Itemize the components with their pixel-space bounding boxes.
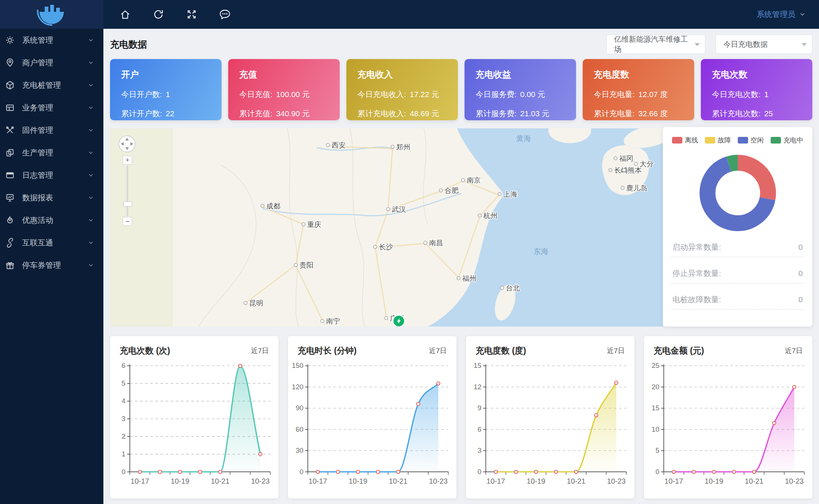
svg-text:熊本: 熊本 [628,166,642,174]
data-point-marker [437,382,440,385]
line-chart: 051015202510-1710-1910-2110-23 [645,359,812,489]
chevron-down-icon [88,37,94,43]
svg-text:武汉: 武汉 [392,206,406,213]
dataset-select[interactable]: 今日充电数据 [716,35,812,54]
legend-label: 空闲 [751,136,764,145]
svg-text:3: 3 [477,446,481,454]
data-point-marker [575,470,578,473]
svg-text:6: 6 [121,362,125,369]
map-sea-label: 东海 [534,247,548,255]
stat-card-line1: 今日充电收入:17.22 元 [357,89,447,100]
sidebar-item-1[interactable]: 系统管理 [0,29,103,51]
svg-text:10-23: 10-23 [429,477,448,485]
sidebar-item-5[interactable]: 固件管理 [0,119,103,141]
map-canvas[interactable]: 黄海东海 西安郑州南京合肥上海武汉杭州成都重庆长沙南昌贵阳福州昆明台北南宁广州福… [110,128,663,327]
stat-card-title: 充电收入 [357,69,447,80]
data-point-marker [356,470,360,473]
fullscreen-icon[interactable] [185,8,198,21]
sidebar-item-8[interactable]: 数据报表 [0,186,103,209]
data-point-marker [178,470,182,473]
legend-item[interactable]: 空闲 [738,136,764,145]
sidebar-item-label: 生产管理 [22,148,88,158]
station-select[interactable]: 亿维新能源汽车维修工场 [606,35,705,54]
sidebar: 系统管理商户管理充电桩管理业务管理固件管理生产管理日志管理数据报表优惠活动互联互… [0,29,103,504]
page-title: 充电数据 [110,38,147,51]
stat-card-title: 充值 [239,69,329,80]
data-point-marker [712,470,716,473]
chart-title: 充电次数 (次) [120,345,170,356]
data-point-marker [336,470,340,473]
svg-text:南京: 南京 [467,176,481,184]
chart-title: 充电金额 (元) [654,345,704,356]
pin-icon [5,58,15,68]
svg-text:福冈: 福冈 [619,155,633,162]
status-metric-value: 0 [798,269,803,278]
map-station-marker[interactable] [393,315,405,327]
stat-card-title: 充电度数 [594,69,683,80]
sidebar-item-label: 商户管理 [22,58,88,68]
legend-item[interactable]: 离线 [672,136,698,145]
svg-text:重庆: 重庆 [307,221,321,228]
map-zoom-handle[interactable] [123,201,132,207]
data-point-marker [554,470,558,473]
status-metric-row: 停止异常数量:0 [671,268,804,283]
sidebar-item-6[interactable]: 生产管理 [0,141,103,164]
station-select-value: 亿维新能源汽车维修工场 [614,34,689,54]
map-zoom-out-button[interactable]: − [123,217,132,226]
stat-card-line2: 累计服务费:21.03 元 [476,108,565,119]
status-metric-value: 0 [798,243,803,252]
sidebar-item-4[interactable]: 业务管理 [0,96,103,119]
main-content: 充电数据 亿维新能源汽车维修工场 今日充电数据 开户今日开户数:1累计开户数:2… [103,29,819,504]
svg-text:上海: 上海 [503,190,517,198]
sidebar-item-label: 数据报表 [22,193,88,203]
home-icon[interactable] [119,8,131,21]
svg-text:10-17: 10-17 [308,477,327,485]
sidebar-item-label: 优惠活动 [22,215,88,225]
app-logo[interactable] [0,0,103,29]
svg-text:杭州: 杭州 [483,212,497,220]
stat-card-line2: 累计充电收入:48.69 元 [357,108,447,119]
chevron-down-icon [88,240,94,246]
stat-card-line1: 今日开户数:1 [121,89,210,100]
svg-text:台北: 台北 [506,284,520,292]
legend-swatch [672,137,682,144]
data-point-marker [615,381,618,384]
pile-status-donut-chart [695,151,780,235]
svg-text:10-17: 10-17 [130,477,149,485]
sidebar-item-2[interactable]: 商户管理 [0,51,103,74]
sidebar-item-7[interactable]: 日志管理 [0,164,103,186]
map-compass-control[interactable] [117,134,137,155]
sidebar-item-10[interactable]: 互联互通 [0,231,103,254]
svg-text:10-21: 10-21 [745,477,764,485]
data-point-marker [417,402,420,405]
svg-text:2: 2 [121,432,125,440]
message-icon[interactable] [219,8,231,21]
stat-card-6: 充电次数今日充电次数:1累计充电次数:25 [701,59,812,120]
data-point-marker [198,470,202,473]
trend-chart-card-2: 充电时长 (分钟)近7日030609012015010-1710-1910-21… [288,336,456,498]
chevron-down-icon [88,105,94,111]
caret-down-icon [695,43,700,46]
tools-icon [5,125,15,135]
sidebar-item-9[interactable]: 优惠活动 [0,209,103,231]
stat-card-title: 充电次数 [712,69,801,80]
trend-chart-card-3: 充电度数 (度)近7日0369121510-1710-1910-2110-23 [466,336,634,498]
dataset-select-value: 今日充电数据 [723,39,768,49]
chart-period-label: 近7日 [785,346,803,356]
svg-text:郑州: 郑州 [396,143,410,151]
refresh-icon[interactable] [152,8,165,21]
legend-item[interactable]: 充电中 [771,136,803,145]
svg-text:西安: 西安 [332,141,346,149]
user-menu[interactable]: 系统管理员 [757,9,806,20]
svg-text:10-19: 10-19 [349,477,367,485]
legend-item[interactable]: 故障 [705,136,731,145]
stat-card-title: 开户 [121,69,210,80]
svg-text:0: 0 [655,468,659,476]
data-point-marker [772,421,776,425]
monitor-icon [5,170,15,180]
sidebar-item-11[interactable]: 停车券管理 [0,254,103,276]
svg-text:1: 1 [121,450,125,458]
map-zoom-in-button[interactable]: + [123,156,132,165]
sidebar-item-3[interactable]: 充电桩管理 [0,74,103,96]
data-point-marker [219,470,222,473]
